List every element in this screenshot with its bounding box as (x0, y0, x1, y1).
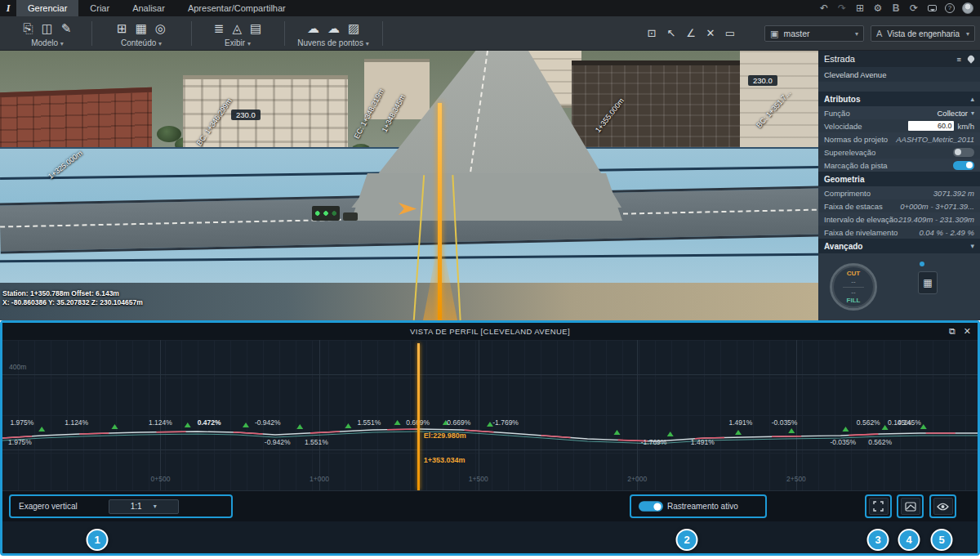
grade-label: 0.562% (857, 418, 880, 427)
grade-label: -1.769% (492, 418, 519, 427)
marcaodapista-toggle[interactable] (953, 161, 974, 170)
property-label: Faixa de nivelamento (824, 228, 898, 237)
display-tool-icon[interactable]: ⊡ (644, 27, 660, 39)
profile-title: VISTA DE PERFIL [CLEVELAND AVENUE] (410, 327, 570, 336)
ribbon-separator (284, 21, 285, 46)
pin-icon[interactable] (966, 54, 975, 63)
ribbon-group-label[interactable]: Modelo ▾ (5, 38, 90, 49)
vpi-triangle (842, 427, 849, 432)
ribbon-group-label[interactable]: Exibir ▾ (193, 38, 283, 49)
fit-extents-icon (873, 501, 884, 512)
image-frame-icon[interactable]: ◫ (42, 21, 53, 36)
model-selector-dropdown[interactable]: ▣ master ▾ (764, 25, 864, 42)
pointcloud-icon[interactable]: ☁ (307, 21, 319, 36)
vpi-triangle (111, 424, 118, 429)
model-icon[interactable]: ⎘ (24, 21, 33, 36)
grade-label: 1.975% (10, 418, 33, 427)
property-value: 60.0km/h (908, 121, 974, 131)
ribbon-separator (382, 21, 383, 46)
pointcloud-clip-icon[interactable]: ☁ (327, 21, 340, 36)
hatch-icon[interactable]: ▨ (348, 21, 359, 36)
grade-label: 1.551% (358, 418, 381, 427)
visibility-button[interactable] (933, 498, 953, 515)
section-header-atributos[interactable]: Atributos▴ (818, 92, 980, 106)
pointer-tool-icon[interactable]: ↖ (663, 27, 679, 39)
profile-chart[interactable]: 400m 1.975%1.124%1.124%0.472%-0.942%1.55… (2, 340, 978, 490)
section-header-geometria[interactable]: Geometria (818, 172, 980, 186)
grade-label: 1.975% (8, 438, 32, 446)
menubar-tab-gerenciar[interactable]: Gerenciar (16, 0, 78, 16)
property-label: Função (824, 109, 850, 118)
grade-label: -0.942% (265, 438, 291, 446)
tracking-marker-line (417, 343, 420, 490)
property-row: Faixa de nivelamento0.04 % - 2.49 % (818, 226, 980, 239)
grade-label: -1.769% (641, 438, 667, 446)
ribbon-group-label[interactable]: Nuvens de pontos ▾ (286, 38, 381, 49)
property-label: Superelevação (824, 148, 875, 157)
sketch-icon[interactable]: ✎ (61, 21, 72, 36)
property-value: AASHTO_Metric_2011 (896, 135, 974, 144)
section-header-avanado[interactable]: Avançado▾ (818, 239, 980, 253)
menubar-tab-apresentarcompartilhar[interactable]: Apresentar/Compartilhar (176, 0, 297, 16)
vpi-triangle (38, 427, 45, 432)
properties-panel: Estrada ≡ Cleveland Avenue Atributos▴Fun… (818, 51, 980, 320)
ribbon: ⎘ ◫ ✎ Modelo ▾ ⊞ ▦ ◎ Conteúdo ▾ ≣ ◬ ▤ Ex… (0, 16, 980, 51)
superelevao-toggle[interactable] (953, 148, 974, 157)
layers-icon[interactable]: ≣ (214, 21, 225, 36)
selected-item-name: Cleveland Avenue (818, 67, 980, 82)
chat-icon[interactable] (923, 0, 941, 16)
vpi-triangle (296, 424, 303, 429)
triangle-icon[interactable]: ◬ (232, 21, 242, 36)
unit-label: km/h (957, 122, 974, 131)
viewport-3d[interactable]: 230.0230.01+325.000mBC: 1+346.299mEC: 1+… (0, 51, 818, 320)
cut-fill-gauge-zone: CUT -- -- FILL ▦ (818, 253, 980, 324)
vertical-exaggeration-dropdown[interactable]: 1:1▾ (109, 499, 179, 514)
globe-icon[interactable]: ◎ (155, 21, 166, 36)
marker-elevation-label: El:229.980m (424, 432, 466, 440)
chevron-down-icon[interactable]: ▾ (970, 242, 974, 250)
ribbon-separator (91, 21, 92, 46)
menu-icon[interactable]: ≡ (956, 55, 961, 64)
sync-icon[interactable]: ⟳ (905, 0, 923, 16)
list-icon[interactable]: ▤ (250, 21, 261, 36)
menubar-tab-criar[interactable]: Criar (78, 0, 121, 16)
ribbon-group-label[interactable]: Conteúdo ▾ (93, 38, 189, 49)
vpi-triangle (243, 423, 249, 427)
window-tool-icon[interactable]: ▭ (722, 27, 738, 39)
status-readout: Station: 1+350.788m Offset: 6.143mX: -80… (2, 289, 143, 307)
measure-tool-icon[interactable]: ✕ (702, 27, 719, 39)
help-icon[interactable]: ? (941, 0, 959, 16)
grid-icon[interactable]: ⊞ (117, 21, 127, 36)
velocidade-input[interactable]: 60.0 (908, 121, 954, 131)
view-style-dropdown[interactable]: A Vista de engenharia ▾ (871, 25, 975, 42)
close-icon[interactable]: ✕ (964, 326, 971, 337)
menubar: I GerenciarCriarAnalisarApresentar/Compa… (0, 0, 980, 16)
table-icon[interactable]: ▦ (136, 21, 147, 36)
chevron-down-icon: ▾ (971, 110, 974, 117)
ribbon-group-modelo: ⎘ ◫ ✎ Modelo ▾ (5, 16, 90, 51)
fit-view-button[interactable] (869, 498, 889, 515)
settings-icon[interactable]: ⚙ (869, 0, 887, 16)
profile-window-icon (905, 502, 916, 512)
redo-icon[interactable]: ↷ (833, 0, 851, 16)
tracking-toggle[interactable] (639, 501, 663, 512)
grade-label: 0.562% (868, 438, 892, 446)
profile-titlebar[interactable]: VISTA DE PERFIL [CLEVELAND AVENUE] ⧉ ✕ (2, 323, 978, 340)
profile-window-button[interactable] (901, 498, 920, 515)
angle-tool-icon[interactable]: ∠ (683, 27, 699, 39)
property-label: Comprimento (824, 189, 871, 198)
tracking-group: Rastreamento ativo (630, 494, 767, 518)
restore-window-icon[interactable]: ⧉ (949, 326, 956, 337)
section-title: Atributos (824, 95, 860, 104)
property-label: Intervalo de elevação (824, 215, 898, 224)
account-icon[interactable] (959, 0, 977, 16)
undo-icon[interactable]: ↶ (815, 0, 833, 16)
chevron-up-icon[interactable]: ▴ (970, 95, 974, 103)
funo-dropdown[interactable]: Collector▾ (937, 109, 974, 118)
bentley-icon[interactable]: B (887, 0, 905, 16)
vpi-triangle (185, 423, 191, 427)
calculator-icon[interactable]: ▦ (918, 271, 938, 294)
apps-icon[interactable]: ⊞ (851, 0, 869, 16)
menubar-tab-analisar[interactable]: Analisar (121, 0, 176, 16)
alignment-line[interactable] (438, 103, 442, 320)
